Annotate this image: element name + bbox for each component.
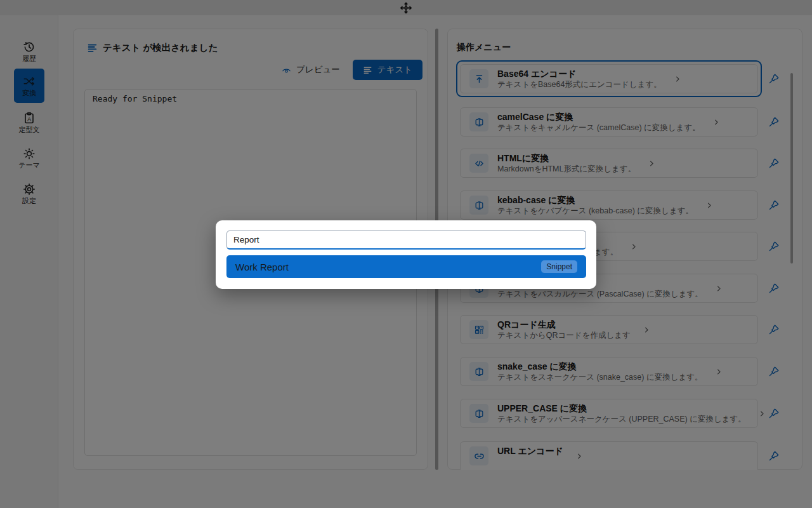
snippet-result-item[interactable]: Work Report Snippet (226, 255, 586, 278)
snippet-badge: Snippet (541, 260, 577, 273)
snippet-search-dialog: Work Report Snippet (216, 220, 596, 289)
snippet-search-input[interactable] (226, 231, 586, 250)
snippet-result-label: Work Report (235, 262, 289, 272)
app-window: 履歴 変換 A 定型文 テーマ (0, 0, 812, 508)
